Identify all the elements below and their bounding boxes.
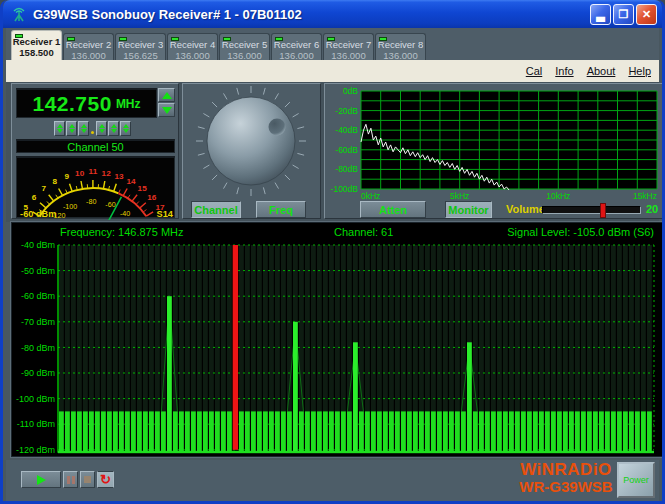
- pause-icon: [67, 476, 75, 484]
- play-button[interactable]: [21, 471, 61, 488]
- link-help[interactable]: Help: [628, 65, 651, 77]
- stop-button[interactable]: [80, 471, 95, 488]
- close-button[interactable]: ✕: [636, 4, 657, 25]
- link-cal[interactable]: Cal: [526, 65, 543, 77]
- app-icon: [10, 5, 28, 23]
- maximize-button[interactable]: ❐: [613, 4, 634, 25]
- noise-bar: [563, 411, 568, 451]
- svg-text:14: 14: [127, 177, 137, 186]
- freq-mode-button[interactable]: Freq: [256, 201, 306, 218]
- noise-bar: [221, 411, 226, 451]
- svg-text:-60dB: -60dB: [335, 145, 358, 155]
- noise-bar: [155, 411, 160, 451]
- pause-button[interactable]: [63, 471, 78, 488]
- noise-bar: [275, 411, 280, 451]
- noise-bar: [113, 411, 118, 451]
- svg-text:0kHz: 0kHz: [361, 191, 380, 200]
- tab-label: Receiver 8: [376, 39, 425, 50]
- tab-receiver-2[interactable]: Receiver 2136.000: [63, 33, 114, 60]
- noise-bar: [119, 411, 124, 451]
- noise-bar: [593, 411, 598, 451]
- svg-text:-80: -80: [86, 198, 96, 206]
- signal-meter: 567891011121314151617-120-100-80-60-40-6…: [16, 156, 175, 218]
- svg-text:7: 7: [41, 184, 46, 193]
- noise-bar: [389, 411, 394, 451]
- channel-cursor-bar: [233, 245, 238, 450]
- volume-slider[interactable]: [542, 206, 641, 214]
- noise-bar: [269, 411, 274, 451]
- digit-spinner-3[interactable]: [78, 121, 89, 136]
- noise-bar: [473, 411, 478, 451]
- link-info[interactable]: Info: [555, 65, 573, 77]
- noise-bar: [83, 411, 88, 451]
- noise-bar: [557, 411, 562, 451]
- loop-button[interactable]: ↻: [97, 471, 114, 488]
- noise-bar: [581, 411, 586, 451]
- digit-spinner-5[interactable]: [108, 121, 119, 136]
- tab-label: Receiver 4: [168, 39, 217, 50]
- channel-spectrum-panel[interactable]: Frequency: 146.875 MHz Channel: 61 Signa…: [11, 222, 664, 457]
- noise-bar: [377, 411, 382, 451]
- top-section: 142.750 MHz Channel 50 56789101112131415…: [6, 82, 659, 222]
- tab-receiver-6[interactable]: Receiver 6136.000: [271, 33, 322, 60]
- svg-text:-40dB: -40dB: [335, 125, 358, 135]
- channel-mode-button[interactable]: Channel: [191, 201, 241, 218]
- noise-bar: [371, 411, 376, 451]
- digit-spinner-6[interactable]: [120, 121, 131, 136]
- digit-spinner-2[interactable]: [66, 121, 77, 136]
- tab-label: Receiver 3: [116, 39, 165, 50]
- svg-text:-20dB: -20dB: [335, 106, 358, 116]
- volume-label: Volume: [506, 203, 545, 215]
- svg-text:-60: -60: [105, 201, 115, 209]
- noise-bar: [533, 411, 538, 451]
- atten-button[interactable]: Atten: [360, 201, 426, 218]
- noise-bar: [161, 411, 166, 451]
- noise-bar: [491, 411, 496, 451]
- tab-receiver-4[interactable]: Receiver 4136.000: [167, 33, 218, 60]
- power-button[interactable]: Power: [617, 462, 655, 498]
- audio-spectrum-chart: 0dB-20dB-40dB-60dB-80dB-100dB0kHz5kHz10k…: [327, 86, 661, 204]
- tuning-knob[interactable]: [183, 86, 322, 198]
- noise-bar: [251, 411, 256, 451]
- monitor-button[interactable]: Monitor: [445, 201, 492, 218]
- noise-bar: [185, 411, 190, 451]
- tab-receiver-1[interactable]: Receiver 1158.500: [11, 30, 62, 60]
- stop-icon: [84, 476, 91, 483]
- svg-text:15kHz: 15kHz: [633, 191, 657, 200]
- noise-bar: [455, 411, 460, 451]
- tab-receiver-3[interactable]: Receiver 3156.625: [115, 33, 166, 60]
- volume-slider-handle[interactable]: [600, 203, 606, 218]
- svg-text:-60 dBm: -60 dBm: [21, 291, 55, 301]
- noise-bar: [335, 411, 340, 451]
- noise-bar: [503, 411, 508, 451]
- noise-bar: [641, 411, 646, 451]
- noise-bar: [545, 411, 550, 451]
- decimal-dot: [91, 131, 94, 134]
- noise-bar: [395, 411, 400, 451]
- noise-bar: [239, 411, 244, 451]
- frequency-down-button[interactable]: [158, 103, 175, 117]
- noise-bar: [635, 411, 640, 451]
- digit-spinner-4[interactable]: [96, 121, 107, 136]
- minimize-button[interactable]: ▃: [590, 4, 611, 25]
- noise-bar: [107, 411, 112, 451]
- noise-bar: [569, 411, 574, 451]
- noise-bar: [149, 411, 154, 451]
- svg-text:-120 dBm: -120 dBm: [16, 445, 55, 455]
- svg-text:-40 dBm: -40 dBm: [21, 240, 55, 250]
- noise-bar: [401, 411, 406, 451]
- frequency-value: 142.750: [32, 92, 111, 116]
- noise-bar: [71, 411, 76, 451]
- tab-receiver-5[interactable]: Receiver 5136.000: [219, 33, 270, 60]
- title-bar[interactable]: G39WSB Sonobuoy Receiver# 1 - 07B01102 ▃…: [3, 0, 662, 28]
- svg-text:9: 9: [65, 172, 70, 181]
- link-about[interactable]: About: [587, 65, 616, 77]
- noise-bar: [191, 411, 196, 451]
- frequency-up-button[interactable]: [158, 88, 175, 102]
- channel-spectrum-chart[interactable]: -40 dBm-50 dBm-60 dBm-70 dBm-80 dBm-90 d…: [12, 223, 663, 456]
- digit-spinner-1[interactable]: [54, 121, 65, 136]
- tab-receiver-7[interactable]: Receiver 7136.000: [323, 33, 374, 60]
- noise-bar: [323, 411, 328, 451]
- noise-bar: [485, 411, 490, 451]
- tab-receiver-8[interactable]: Receiver 8136.000: [375, 33, 426, 60]
